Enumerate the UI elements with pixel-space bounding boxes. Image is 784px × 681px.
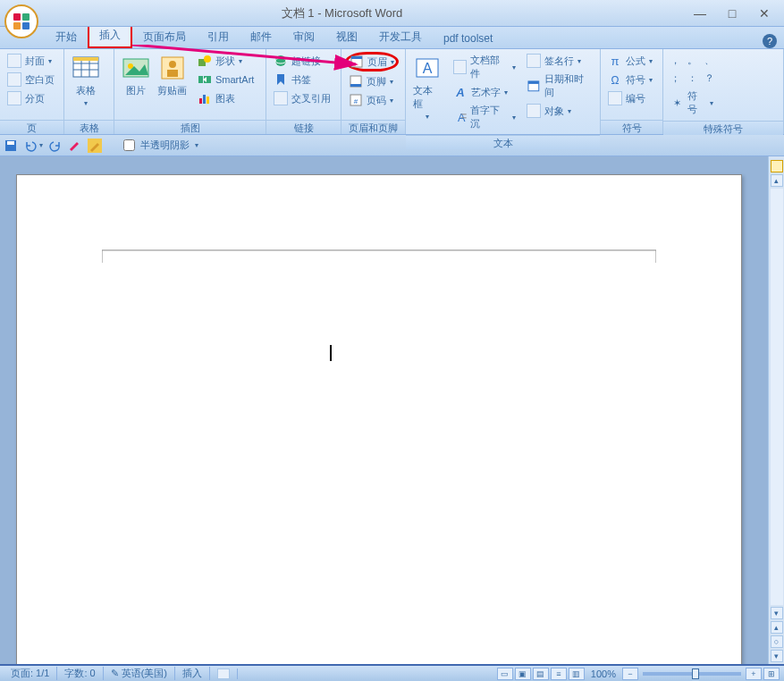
vertical-scrollbar[interactable]: ▴ ▾ ▴ ○ ▾ [768, 156, 784, 664]
prev-page-button[interactable]: ▴ [771, 621, 783, 634]
status-lang[interactable]: ✎英语(美国) [104, 667, 175, 680]
number-button[interactable]: 编号 [604, 89, 656, 107]
window-title: 文档 1 - Microsoft Word [0, 5, 684, 21]
view-draft[interactable]: ▥ [569, 668, 585, 680]
pi-icon: π [608, 54, 622, 68]
object-button[interactable]: 对象▾ [523, 102, 596, 120]
office-button[interactable] [4, 4, 39, 39]
sym-period[interactable]: 。 [684, 52, 700, 69]
sym-semi[interactable]: ； [667, 70, 683, 87]
bookmark-icon [274, 72, 288, 87]
zoom-out-button[interactable]: − [622, 668, 638, 680]
group-label-links: 链接 [266, 120, 341, 134]
shadow-dropdown[interactable]: ▾ [195, 141, 198, 149]
signature-button[interactable]: 签名行▾ [523, 52, 596, 70]
tab-pdf[interactable]: pdf toolset [433, 28, 503, 48]
header-icon [350, 55, 364, 69]
page[interactable] [16, 174, 742, 664]
view-print-layout[interactable]: ▭ [497, 668, 513, 680]
chart-button[interactable]: 图表 [194, 89, 257, 107]
tab-mailings[interactable]: 邮件 [240, 25, 282, 48]
browse-object-button[interactable]: ○ [771, 635, 783, 648]
next-page-button[interactable]: ▾ [771, 650, 783, 662]
pen-icon[interactable] [88, 139, 102, 153]
wordart-button[interactable]: A艺术字▾ [450, 83, 520, 101]
view-outline[interactable]: ≡ [551, 668, 567, 680]
scroll-track[interactable] [771, 189, 783, 605]
scroll-up-button[interactable]: ▴ [771, 174, 783, 187]
spellcheck-icon: ✎ [111, 668, 119, 679]
tab-review[interactable]: 审阅 [282, 25, 325, 48]
sym-question[interactable]: ？ [701, 70, 717, 87]
tab-home[interactable]: 开始 [45, 25, 88, 48]
maximize-button[interactable]: □ [716, 4, 748, 23]
save-icon[interactable] [4, 139, 18, 153]
zoom-value[interactable]: 100% [591, 668, 616, 679]
shadow-checkbox[interactable] [123, 139, 135, 151]
textbox-button[interactable]: A文本框▾ [409, 52, 446, 132]
chart-icon [198, 91, 212, 105]
svg-rect-21 [203, 95, 206, 104]
status-mode[interactable]: 插入 [175, 667, 210, 680]
group-label-text: 文本 [406, 135, 600, 149]
svg-text:A: A [455, 86, 464, 99]
zoom-slider[interactable] [643, 672, 741, 676]
picture-button[interactable]: 图片 [118, 52, 154, 117]
svg-rect-22 [207, 97, 209, 104]
shapes-button[interactable]: 形状▾ [194, 52, 257, 70]
status-page[interactable]: 页面: 1/1 [4, 667, 57, 680]
header-button[interactable]: 页眉▾ [345, 52, 399, 71]
parts-button[interactable]: 文档部件▾ [450, 52, 520, 82]
svg-text:#: # [354, 97, 358, 105]
zoom-in-button[interactable]: + [746, 668, 762, 680]
ribbon: 封面▾ 空白页 分页 页 表格▾ 表格 图片 剪贴画 形状▾ SmartArt … [0, 49, 784, 135]
sym-colon[interactable]: ： [684, 70, 700, 87]
status-macro[interactable] [210, 668, 238, 679]
svg-text:A: A [423, 61, 433, 76]
scrollbar-option-icon[interactable] [771, 160, 783, 172]
page-icon [7, 54, 21, 68]
status-words[interactable]: 字数: 0 [57, 667, 103, 680]
tab-developer[interactable]: 开发工具 [368, 25, 433, 48]
table-button[interactable]: 表格▾ [68, 52, 104, 117]
zoom-thumb[interactable] [692, 668, 699, 679]
document-scroll[interactable] [0, 156, 768, 664]
minimize-button[interactable]: — [684, 4, 716, 23]
special-more[interactable]: ✶符号▾ [667, 88, 717, 118]
highlighter-icon[interactable] [68, 139, 82, 153]
blank-page-icon [7, 72, 21, 87]
tab-view[interactable]: 视图 [325, 25, 368, 48]
datetime-button[interactable]: 日期和时间 [523, 71, 596, 101]
group-label-pages: 页 [0, 120, 63, 134]
clipart-button[interactable]: 剪贴画 [154, 52, 190, 117]
svg-rect-4 [22, 22, 30, 29]
sym-dun[interactable]: 、 [701, 52, 717, 69]
scroll-down-button[interactable]: ▾ [771, 607, 783, 619]
svg-rect-43 [7, 141, 14, 145]
equation-button[interactable]: π公式▾ [604, 52, 656, 70]
status-expand[interactable]: ⊞ [763, 668, 780, 680]
tab-layout[interactable]: 页面布局 [132, 25, 197, 48]
smartart-button[interactable]: SmartArt [194, 71, 257, 88]
sym-comma[interactable]: ， [667, 52, 683, 69]
footer-button[interactable]: 页脚▾ [345, 72, 399, 90]
symbol-button[interactable]: Ω符号▾ [604, 71, 656, 88]
svg-rect-15 [167, 70, 178, 77]
view-web[interactable]: ▤ [533, 668, 549, 680]
pagenum-button[interactable]: #页码▾ [345, 91, 399, 109]
dropcap-button[interactable]: A首字下沉▾ [450, 102, 520, 132]
redo-button[interactable] [48, 139, 63, 153]
crossref-button[interactable]: 交叉引用 [270, 89, 334, 107]
close-button[interactable]: ✕ [748, 4, 780, 23]
titlebar: 文档 1 - Microsoft Word — □ ✕ [0, 0, 784, 27]
blank-page-button[interactable]: 空白页 [4, 71, 58, 88]
view-fullscreen[interactable]: ▣ [515, 668, 531, 680]
help-icon[interactable]: ? [763, 34, 777, 48]
tab-references[interactable]: 引用 [197, 25, 240, 48]
page-break-button[interactable]: 分页 [4, 89, 58, 107]
shadow-label: 半透明阴影 [140, 139, 190, 152]
bookmark-button[interactable]: 书签 [270, 71, 334, 88]
hyperlink-button[interactable]: 超链接 [270, 52, 334, 70]
cover-page-button[interactable]: 封面▾ [4, 52, 58, 70]
undo-button[interactable]: ▾ [23, 139, 43, 153]
